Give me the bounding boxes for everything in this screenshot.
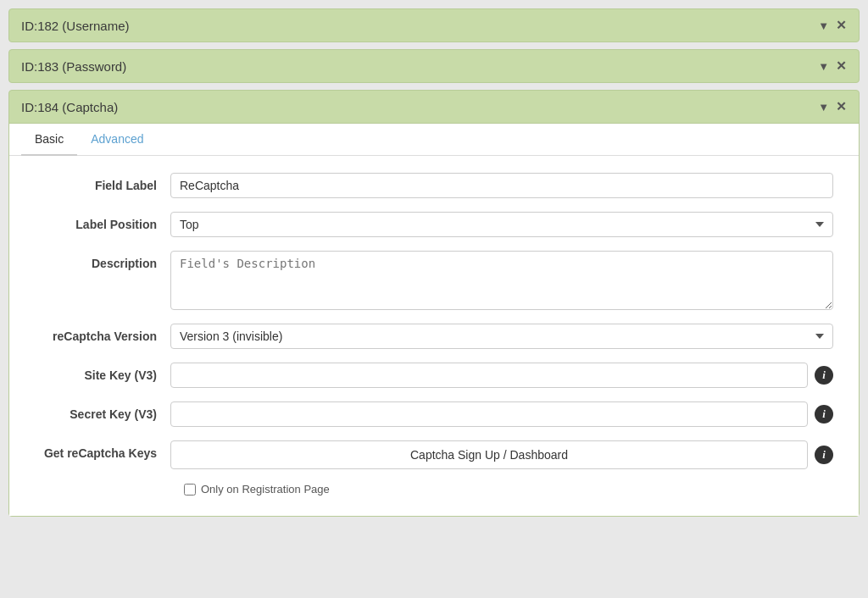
secret-key-info-icon[interactable]: i [815, 405, 833, 424]
site-key-wrap: i [170, 363, 833, 388]
label-position-select[interactable]: Top Left Right Hidden [170, 212, 833, 237]
registration-checkbox-label: Only on Registration Page [201, 483, 330, 496]
accordion-actions-184: ▼ ✕ [818, 99, 847, 114]
description-wrap [170, 251, 833, 310]
accordion-header-184[interactable]: ID:184 (Captcha) ▼ ✕ [9, 91, 859, 123]
field-label-wrap [170, 173, 833, 198]
accordion-arrow-183[interactable]: ▼ [818, 60, 829, 73]
site-key-info-icon[interactable]: i [815, 366, 833, 385]
recaptcha-version-select[interactable]: Version 2 (checkbox) Version 2 (invisibl… [170, 324, 833, 349]
get-keys-info-icon[interactable]: i [815, 446, 833, 464]
accordion-actions-183: ▼ ✕ [818, 58, 847, 74]
field-label-label: Field Label [35, 173, 170, 192]
accordion-close-184[interactable]: ✕ [836, 99, 847, 114]
get-keys-wrap: Captcha Sign Up / Dashboard i [170, 440, 833, 469]
get-keys-label: Get reCaptcha Keys [35, 440, 170, 460]
accordion-actions-182: ▼ ✕ [818, 18, 847, 33]
accordion-header-182[interactable]: ID:182 (Username) ▼ ✕ [9, 9, 859, 42]
secret-key-input[interactable] [170, 401, 808, 427]
recaptcha-version-wrap: Version 2 (checkbox) Version 2 (invisibl… [170, 324, 833, 349]
form-body: Field Label Label Position Top Left Righ… [9, 156, 859, 516]
description-row: Description [35, 251, 833, 310]
accordion-item-182: ID:182 (Username) ▼ ✕ [8, 8, 860, 42]
recaptcha-version-label: reCaptcha Version [35, 324, 170, 343]
description-textarea[interactable] [170, 251, 833, 310]
accordion-body-184: Basic Advanced Field Label Label Positio… [9, 123, 859, 516]
field-label-input[interactable] [170, 173, 833, 198]
accordion-item-184: ID:184 (Captcha) ▼ ✕ Basic Advanced Fiel… [8, 90, 860, 517]
recaptcha-version-row: reCaptcha Version Version 2 (checkbox) V… [35, 324, 833, 349]
label-position-wrap: Top Left Right Hidden [170, 212, 833, 237]
accordion-arrow-182[interactable]: ▼ [818, 19, 829, 32]
secret-key-label: Secret Key (V3) [35, 401, 170, 421]
site-key-input[interactable] [170, 363, 808, 388]
registration-checkbox-row: Only on Registration Page [184, 483, 833, 496]
field-label-row: Field Label [35, 173, 833, 198]
label-position-label: Label Position [35, 212, 170, 231]
accordion-title-183: ID:183 (Password) [21, 59, 126, 74]
accordion-title-182: ID:182 (Username) [21, 19, 130, 33]
description-label: Description [35, 251, 170, 270]
tab-basic[interactable]: Basic [21, 124, 77, 156]
tab-advanced[interactable]: Advanced [77, 124, 157, 156]
accordion-header-183[interactable]: ID:183 (Password) ▼ ✕ [9, 50, 859, 82]
captcha-signup-button[interactable]: Captcha Sign Up / Dashboard [170, 440, 808, 469]
registration-checkbox[interactable] [184, 484, 196, 496]
label-position-row: Label Position Top Left Right Hidden [35, 212, 833, 237]
accordion-close-182[interactable]: ✕ [836, 18, 847, 33]
site-key-row: Site Key (V3) i [35, 363, 833, 388]
get-keys-row: Get reCaptcha Keys Captcha Sign Up / Das… [35, 440, 833, 469]
tab-bar: Basic Advanced [9, 124, 859, 156]
site-key-label: Site Key (V3) [35, 363, 170, 382]
accordion-title-184: ID:184 (Captcha) [21, 100, 118, 114]
secret-key-wrap: i [170, 401, 833, 427]
accordion-close-183[interactable]: ✕ [836, 58, 847, 74]
accordion-arrow-184[interactable]: ▼ [818, 101, 829, 114]
secret-key-row: Secret Key (V3) i [35, 401, 833, 427]
accordion-item-183: ID:183 (Password) ▼ ✕ [8, 49, 860, 83]
